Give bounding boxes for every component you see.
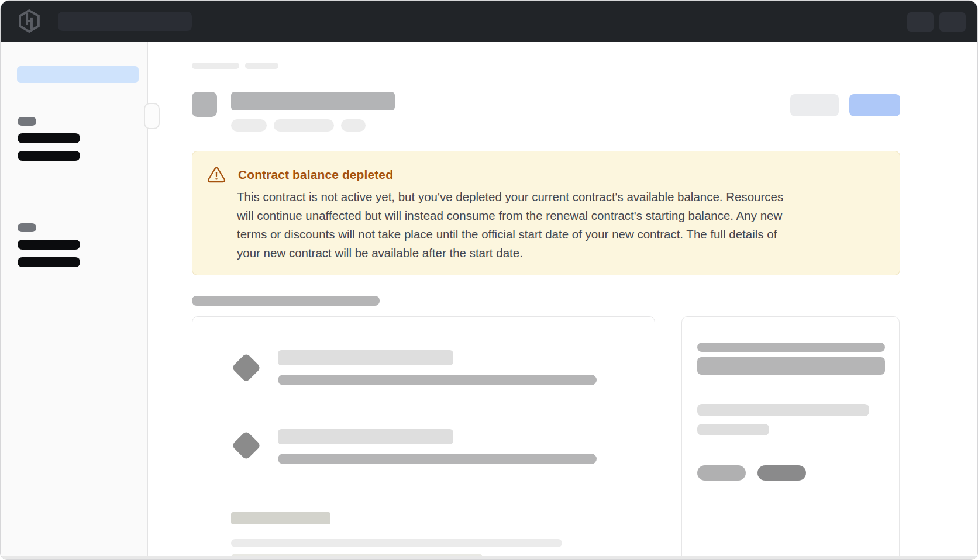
alert-title: Contract balance depleted	[238, 168, 393, 182]
nav-action-button-1[interactable]	[907, 12, 934, 32]
alert-body-line: will continue unaffected but will instea…	[237, 206, 889, 225]
top-navbar	[1, 1, 977, 42]
row-title-skeleton	[278, 350, 453, 365]
page-title-skeleton	[231, 92, 395, 110]
card-footer-line-skeleton	[231, 539, 562, 547]
sidebar-group2-label-skeleton	[18, 223, 36, 232]
alert-triangle-icon	[207, 165, 226, 184]
sidebar-group2-item-skeleton[interactable]	[18, 240, 80, 250]
diamond-icon	[232, 353, 261, 383]
page-icon-skeleton	[192, 92, 217, 117]
sidebar-active-item-skeleton[interactable]	[17, 66, 139, 83]
row-text-skeleton	[278, 375, 597, 385]
sidebar-group2-item-skeleton[interactable]	[18, 257, 80, 267]
window-bottom-edge	[1, 556, 977, 560]
summary-line-skeleton	[697, 404, 869, 416]
alert-body-line: This contract is not active yet, but you…	[237, 188, 889, 206]
contract-list-card	[192, 316, 655, 560]
hashicorp-logo-icon[interactable]	[17, 9, 42, 33]
page-meta-pill-skeleton	[341, 119, 366, 132]
breadcrumb-skeleton[interactable]	[192, 63, 239, 69]
page-meta-pill-skeleton	[231, 119, 267, 132]
sidebar-group1-item-skeleton[interactable]	[18, 151, 80, 161]
card-footer-label-skeleton	[231, 512, 330, 524]
secondary-button-skeleton[interactable]	[790, 94, 839, 116]
page-meta-pill-skeleton	[274, 119, 334, 132]
nav-action-button-2[interactable]	[939, 12, 966, 32]
section-heading-skeleton	[192, 296, 380, 306]
summary-title-skeleton	[697, 343, 885, 352]
sidebar-group1-label-skeleton	[18, 117, 36, 126]
warning-alert: Contract balance depleted This contract …	[192, 151, 900, 275]
alert-body-line: terms or discounts will not take place u…	[237, 225, 889, 244]
summary-pill-button-skeleton[interactable]	[757, 465, 806, 481]
alert-body: This contract is not active yet, but you…	[237, 188, 889, 262]
summary-value-skeleton	[697, 357, 885, 375]
sidebar	[1, 42, 148, 556]
breadcrumb-skeleton[interactable]	[245, 63, 278, 69]
diamond-icon	[232, 431, 261, 461]
summary-line-skeleton	[697, 424, 769, 435]
global-search-skeleton[interactable]	[58, 12, 192, 31]
alert-body-line: your new contract will be available afte…	[237, 244, 889, 262]
summary-card	[681, 316, 900, 560]
summary-pill-button-skeleton[interactable]	[697, 465, 746, 481]
sidebar-group1-item-skeleton[interactable]	[18, 133, 80, 143]
alert-header: Contract balance depleted	[207, 165, 393, 184]
row-text-skeleton	[278, 454, 597, 464]
row-title-skeleton	[278, 429, 453, 444]
app-window: Contract balance depleted This contract …	[0, 0, 978, 560]
sidebar-collapse-toggle[interactable]	[144, 103, 160, 129]
primary-button-skeleton[interactable]	[849, 94, 900, 116]
